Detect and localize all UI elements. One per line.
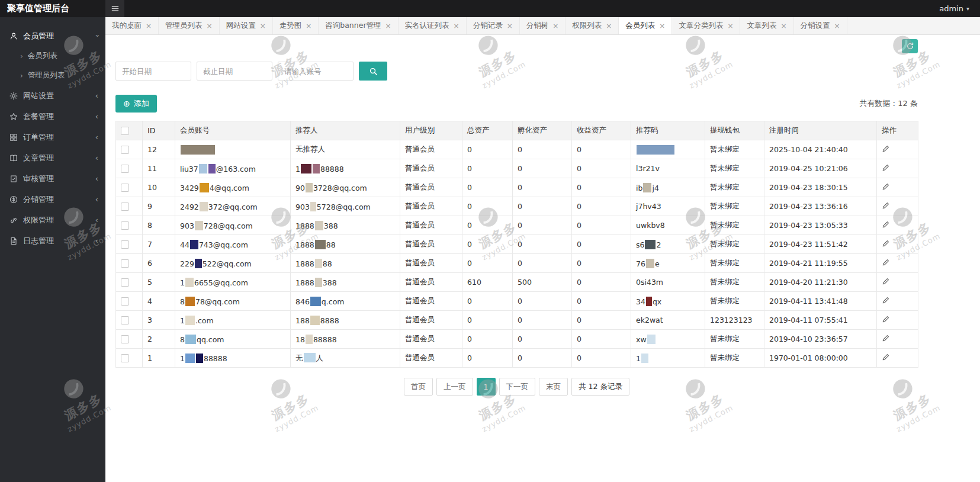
refresh-button[interactable] <box>902 39 918 53</box>
row-checkbox[interactable] <box>121 146 129 154</box>
page-button[interactable]: 下一页 <box>499 378 536 396</box>
row-checkbox[interactable] <box>121 240 129 249</box>
close-icon[interactable]: × <box>146 22 152 30</box>
record-count: 共 12 条记录 <box>571 378 629 396</box>
page-button[interactable]: 1 <box>477 378 496 396</box>
sidebar-item[interactable]: 分销管理‹ <box>0 189 105 210</box>
sidebar-item-label: 会员管理 <box>23 31 90 41</box>
row-checkbox[interactable] <box>121 335 129 343</box>
start-date-input[interactable] <box>115 62 191 81</box>
account-search-input[interactable] <box>278 62 354 81</box>
sidebar-subitem[interactable]: ›会员列表 <box>0 46 105 66</box>
row-checkbox[interactable] <box>121 165 129 173</box>
edit-button[interactable] <box>882 220 891 230</box>
pagination: 首页上一页1下一页末页共 12 条记录 <box>115 378 918 396</box>
edit-button[interactable] <box>882 239 891 249</box>
audit-icon <box>9 174 18 183</box>
cell-referrer: 903728@qq.com <box>291 178 400 197</box>
cell-total-assets: 0 <box>462 140 513 159</box>
close-icon[interactable]: × <box>306 22 311 30</box>
close-icon[interactable]: × <box>727 22 733 30</box>
close-icon[interactable]: × <box>659 22 665 30</box>
sidebar-item[interactable]: 审核管理‹ <box>0 168 105 189</box>
cell-profit-assets: 0 <box>572 178 631 197</box>
tab[interactable]: 分销设置× <box>794 17 847 34</box>
row-checkbox[interactable] <box>121 221 129 230</box>
tab[interactable]: 文章列表× <box>740 17 793 34</box>
cell-level: 普通会员 <box>400 178 462 197</box>
page-button[interactable]: 首页 <box>404 378 433 396</box>
sidebar-item[interactable]: 套餐管理‹ <box>0 106 105 127</box>
edit-button[interactable] <box>882 258 891 268</box>
add-button[interactable]: ⊕ 添加 <box>115 95 157 113</box>
tab[interactable]: 分销记录× <box>467 17 520 34</box>
table-row: 6229522@qq.com188888普通会员00076e暂未绑定2019-0… <box>116 254 918 273</box>
select-all-checkbox[interactable] <box>121 127 129 135</box>
censor-block <box>641 354 648 363</box>
page-button[interactable]: 上一页 <box>436 378 473 396</box>
sidebar-subitem[interactable]: ›管理员列表 <box>0 66 105 85</box>
tab[interactable]: 网站设置× <box>220 17 273 34</box>
sidebar-item[interactable]: 日志管理‹ <box>0 230 105 251</box>
tab-label: 文章列表 <box>747 21 776 31</box>
tab[interactable]: 分销树× <box>520 17 566 34</box>
table-header: ID会员账号推荐人用户级别总资产孵化资产收益资产推荐码提现钱包注册时间操作 <box>116 121 918 140</box>
tab[interactable]: 会员列表× <box>619 17 672 34</box>
row-checkbox[interactable] <box>121 203 129 211</box>
close-icon[interactable]: × <box>834 22 840 30</box>
cell-total-assets: 0 <box>462 159 513 178</box>
tab[interactable]: 走势图× <box>273 17 319 34</box>
cell-register-time: 2019-04-11 07:55:41 <box>764 311 877 330</box>
censor-block <box>646 259 654 268</box>
row-checkbox[interactable] <box>121 278 129 287</box>
censor-block <box>315 221 323 230</box>
sidebar-item-label: 分销管理 <box>23 194 90 205</box>
sidebar-item[interactable]: 会员管理‹ <box>0 25 105 46</box>
sidebar-item[interactable]: 权限管理‹ <box>0 210 105 230</box>
tab[interactable]: 权限列表× <box>565 17 619 34</box>
close-icon[interactable]: × <box>552 22 558 30</box>
tab-label: 文章分类列表 <box>679 21 723 31</box>
close-icon[interactable]: × <box>507 22 513 30</box>
edit-button[interactable] <box>882 201 891 211</box>
row-checkbox[interactable] <box>121 184 129 192</box>
cell-referrer: 188888 <box>291 235 400 254</box>
sidebar-item[interactable]: 网站设置‹ <box>0 85 105 106</box>
close-icon[interactable]: × <box>454 22 460 30</box>
close-icon[interactable]: × <box>606 22 612 30</box>
tab[interactable]: 实名认证列表× <box>399 17 467 34</box>
close-icon[interactable]: × <box>385 22 391 30</box>
cell-profit-assets: 0 <box>572 349 631 368</box>
edit-button[interactable] <box>882 163 891 173</box>
user-menu[interactable]: admin ▾ <box>939 4 980 13</box>
tab[interactable]: 管理员列表× <box>159 17 220 34</box>
edit-button[interactable] <box>882 334 891 343</box>
search-button[interactable] <box>359 62 387 81</box>
row-checkbox[interactable] <box>121 297 129 306</box>
close-icon[interactable]: × <box>260 22 266 30</box>
tab[interactable]: 咨询banner管理× <box>319 17 398 34</box>
close-icon[interactable]: × <box>780 22 786 30</box>
edit-button[interactable] <box>882 144 891 154</box>
censor-block <box>647 335 656 344</box>
close-icon[interactable]: × <box>207 22 213 30</box>
main-area: 我的桌面×管理员列表×网站设置×走势图×咨询banner管理×实名认证列表×分销… <box>105 17 980 482</box>
censor-block <box>310 202 316 211</box>
row-checkbox[interactable] <box>121 354 129 362</box>
row-checkbox[interactable] <box>121 316 129 324</box>
sidebar-item[interactable]: 文章管理‹ <box>0 147 105 168</box>
edit-button[interactable] <box>882 296 891 306</box>
edit-button[interactable] <box>882 182 891 192</box>
cell-hatch-assets: 0 <box>513 349 572 368</box>
edit-button[interactable] <box>882 277 891 287</box>
hamburger-menu-icon[interactable] <box>105 0 124 17</box>
tab[interactable]: 文章分类列表× <box>672 17 740 34</box>
tab[interactable]: 我的桌面× <box>105 17 159 34</box>
row-checkbox[interactable] <box>121 259 129 268</box>
edit-button[interactable] <box>882 315 891 324</box>
edit-button[interactable] <box>882 353 891 362</box>
cell-wallet: 暂未绑定 <box>705 330 764 349</box>
page-button[interactable]: 末页 <box>539 378 568 396</box>
sidebar-item[interactable]: 订单管理‹ <box>0 127 105 147</box>
end-date-input[interactable] <box>197 62 272 81</box>
